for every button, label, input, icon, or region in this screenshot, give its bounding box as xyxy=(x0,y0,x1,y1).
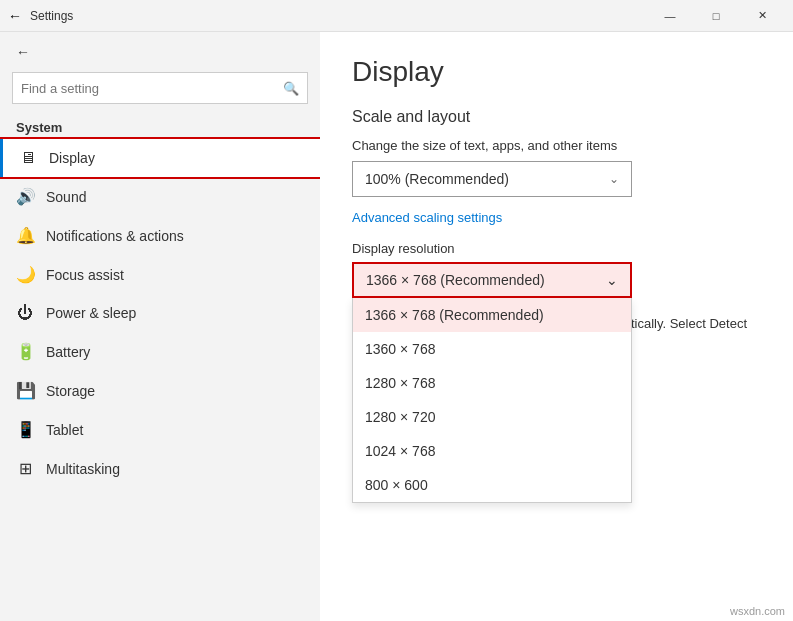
power-sleep-icon: ⏻ xyxy=(16,304,34,322)
scale-label: Change the size of text, apps, and other… xyxy=(352,138,761,153)
watermark: wsxdn.com xyxy=(730,605,785,617)
scale-dropdown-chevron-icon: ⌄ xyxy=(609,172,619,186)
sidebar-section-title: System xyxy=(0,112,320,139)
scale-dropdown-wrapper: 100% (Recommended) ⌄ xyxy=(352,161,761,197)
sidebar-item-power-sleep[interactable]: ⏻ Power & sleep xyxy=(0,294,320,332)
section-title: Scale and layout xyxy=(352,108,761,126)
multitasking-label: Multitasking xyxy=(46,461,120,477)
sidebar-item-display[interactable]: 🖥 Display xyxy=(0,139,320,177)
sidebar-item-multitasking[interactable]: ⊞ Multitasking xyxy=(0,449,320,488)
multitasking-icon: ⊞ xyxy=(16,459,34,478)
resolution-list-item[interactable]: 1366 × 768 (Recommended) xyxy=(353,298,631,332)
sidebar-item-notifications[interactable]: 🔔 Notifications & actions xyxy=(0,216,320,255)
resolution-selected-value: 1366 × 768 (Recommended) xyxy=(366,272,545,288)
search-input[interactable] xyxy=(21,81,283,96)
focus-assist-label: Focus assist xyxy=(46,267,124,283)
resolution-list-item[interactable]: 1280 × 720 xyxy=(353,400,631,434)
search-icon: 🔍 xyxy=(283,81,299,96)
tablet-label: Tablet xyxy=(46,422,83,438)
resolution-list: 1366 × 768 (Recommended)1360 × 7681280 ×… xyxy=(352,298,632,503)
back-icon: ← xyxy=(16,44,30,60)
title-bar: ← Settings — □ ✕ xyxy=(0,0,793,32)
sidebar-item-battery[interactable]: 🔋 Battery xyxy=(0,332,320,371)
battery-icon: 🔋 xyxy=(16,342,34,361)
title-bar-left: ← Settings xyxy=(8,8,73,24)
notifications-label: Notifications & actions xyxy=(46,228,184,244)
sidebar-back[interactable]: ← xyxy=(0,32,320,72)
resolution-list-item[interactable]: 1280 × 768 xyxy=(353,366,631,400)
resolution-dropdown-container: 1366 × 768 (Recommended) ⌄ 1366 × 768 (R… xyxy=(352,262,632,298)
resolution-chevron-icon: ⌄ xyxy=(606,272,618,288)
sidebar-search[interactable]: 🔍 xyxy=(12,72,308,104)
sound-label: Sound xyxy=(46,189,86,205)
resolution-list-item[interactable]: 1360 × 768 xyxy=(353,332,631,366)
notifications-icon: 🔔 xyxy=(16,226,34,245)
advanced-scaling-link[interactable]: Advanced scaling settings xyxy=(352,210,502,225)
title-bar-back-icon[interactable]: ← xyxy=(8,8,22,24)
sidebar-item-storage[interactable]: 💾 Storage xyxy=(0,371,320,410)
focus-assist-icon: 🌙 xyxy=(16,265,34,284)
sound-icon: 🔊 xyxy=(16,187,34,206)
page-title: Display xyxy=(352,56,761,88)
power-sleep-label: Power & sleep xyxy=(46,305,136,321)
storage-icon: 💾 xyxy=(16,381,34,400)
minimize-button[interactable]: — xyxy=(647,0,693,32)
close-button[interactable]: ✕ xyxy=(739,0,785,32)
display-icon: 🖥 xyxy=(19,149,37,167)
sidebar-items-container: 🖥 Display 🔊 Sound 🔔 Notifications & acti… xyxy=(0,139,320,488)
sidebar: ← 🔍 System 🖥 Display 🔊 Sound 🔔 Notificat… xyxy=(0,32,320,621)
title-bar-controls: — □ ✕ xyxy=(647,0,785,32)
maximize-button[interactable]: □ xyxy=(693,0,739,32)
display-label: Display xyxy=(49,150,95,166)
resolution-label: Display resolution xyxy=(352,241,761,256)
storage-label: Storage xyxy=(46,383,95,399)
sidebar-item-tablet[interactable]: 📱 Tablet xyxy=(0,410,320,449)
scale-dropdown-value: 100% (Recommended) xyxy=(365,171,509,187)
title-bar-title: Settings xyxy=(30,9,73,23)
main-layout: ← 🔍 System 🖥 Display 🔊 Sound 🔔 Notificat… xyxy=(0,32,793,621)
sidebar-item-sound[interactable]: 🔊 Sound xyxy=(0,177,320,216)
resolution-list-item[interactable]: 1024 × 768 xyxy=(353,434,631,468)
sidebar-item-focus-assist[interactable]: 🌙 Focus assist xyxy=(0,255,320,294)
resolution-list-item[interactable]: 800 × 600 xyxy=(353,468,631,502)
tablet-icon: 📱 xyxy=(16,420,34,439)
scale-dropdown[interactable]: 100% (Recommended) ⌄ xyxy=(352,161,632,197)
content-area: Display Scale and layout Change the size… xyxy=(320,32,793,621)
resolution-dropdown-selected[interactable]: 1366 × 768 (Recommended) ⌄ xyxy=(352,262,632,298)
battery-label: Battery xyxy=(46,344,90,360)
